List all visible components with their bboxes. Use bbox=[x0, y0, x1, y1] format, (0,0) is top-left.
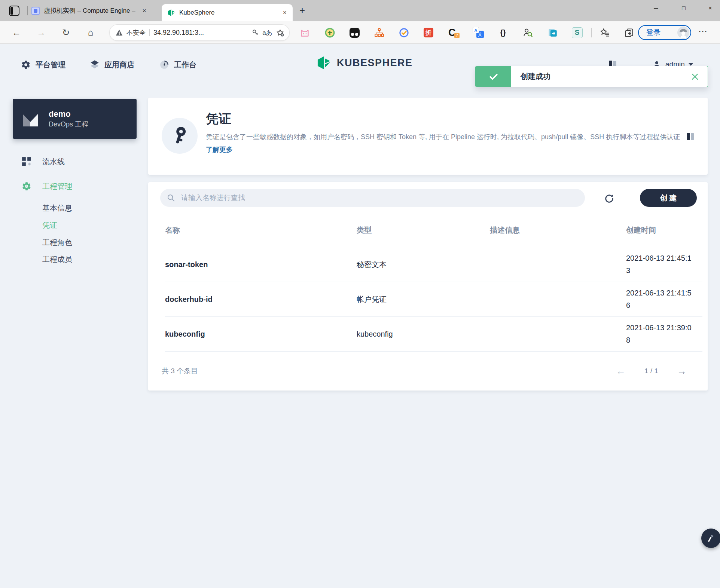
collections-icon[interactable] bbox=[623, 27, 635, 39]
credential-created: 2021-06-13 21:41:56 bbox=[626, 287, 694, 312]
app-store-layers-icon bbox=[90, 59, 100, 70]
toolbar-divider bbox=[591, 28, 592, 37]
learn-more-link[interactable]: 了解更多 bbox=[206, 146, 233, 153]
password-key-icon[interactable] bbox=[252, 29, 259, 36]
profile-avatar bbox=[677, 26, 690, 39]
sidebar-item-basic-info[interactable]: 基本信息 bbox=[13, 200, 137, 216]
window-close-button[interactable]: × bbox=[701, 0, 719, 16]
read-aloud-icon[interactable]: aあ bbox=[262, 28, 272, 37]
credential-name[interactable]: dockerhub-id bbox=[165, 295, 213, 303]
toast-message: 创建成功 bbox=[521, 71, 550, 82]
reload-icon[interactable]: ↻ bbox=[59, 26, 73, 39]
nav-app-store[interactable]: 应用商店 bbox=[90, 58, 134, 71]
window-maximize-button[interactable]: □ bbox=[675, 0, 693, 16]
tab-close-icon[interactable]: × bbox=[283, 9, 287, 16]
ext-cat-icon[interactable] bbox=[299, 27, 311, 39]
credentials-card: 创建 名称 类型 描述信息 创建时间 sonar-token 秘密文本 2021… bbox=[148, 182, 708, 391]
security-label: 不安全 bbox=[126, 28, 146, 37]
credential-type: 秘密文本 bbox=[357, 259, 387, 269]
nav-workbench[interactable]: 工作台 bbox=[159, 58, 196, 71]
more-menu-icon[interactable]: ⋯ bbox=[698, 26, 708, 37]
favorites-icon[interactable] bbox=[599, 27, 611, 39]
col-name: 名称 bbox=[165, 225, 180, 235]
gear-icon bbox=[21, 60, 31, 70]
sidebar-item-credentials[interactable]: 凭证 bbox=[13, 217, 137, 233]
ext-doc-forward-icon[interactable] bbox=[546, 27, 558, 39]
ext-sitemap-icon[interactable] bbox=[373, 27, 385, 39]
credential-name[interactable]: kubeconfig bbox=[165, 330, 205, 338]
hammer-icon bbox=[705, 533, 716, 544]
home-icon[interactable]: ⌂ bbox=[84, 26, 97, 39]
nav-label: 工作台 bbox=[174, 60, 196, 70]
gear-icon bbox=[22, 181, 31, 191]
next-page-icon[interactable]: → bbox=[677, 366, 687, 376]
nav-platform-management[interactable]: 平台管理 bbox=[21, 58, 65, 71]
ext-c7-icon[interactable]: C7 bbox=[448, 27, 460, 39]
kubesphere-logo[interactable]: KUBESPHERE bbox=[316, 56, 413, 70]
credential-name[interactable]: sonar-token bbox=[165, 260, 208, 269]
ext-translate-icon[interactable]: 文A bbox=[472, 27, 484, 39]
chevron-down-icon bbox=[689, 63, 693, 66]
ext-person-search-icon[interactable] bbox=[522, 27, 534, 39]
col-type: 类型 bbox=[357, 225, 372, 235]
sidebar-item-label: 基本信息 bbox=[42, 203, 72, 213]
address-bar[interactable]: 不安全 34.92.90.181:3... aあ bbox=[109, 24, 290, 41]
ext-zhekou-icon[interactable]: 折 bbox=[422, 27, 434, 39]
browser-window: 虚拟机实例 – Compute Engine – × KubeSphere × … bbox=[0, 0, 720, 588]
prev-page-icon[interactable]: ← bbox=[616, 366, 626, 376]
project-card[interactable]: demo DevOps 工程 bbox=[13, 99, 137, 139]
credential-type: 帐户凭证 bbox=[357, 294, 387, 304]
window-minimize-button[interactable]: ─ bbox=[647, 0, 665, 16]
signin-label: 登录 bbox=[646, 28, 660, 37]
sidebar-item-project-members[interactable]: 工程成员 bbox=[13, 251, 137, 267]
address-divider bbox=[149, 29, 150, 36]
new-tab-button[interactable]: + bbox=[299, 4, 305, 16]
table-row[interactable]: sonar-token 秘密文本 2021-06-13 21:45:13 bbox=[165, 247, 702, 282]
sidebar-item-pipelines[interactable]: 流水线 bbox=[13, 153, 137, 170]
forward-icon[interactable]: → bbox=[34, 26, 48, 39]
ext-braces-icon[interactable]: {} bbox=[497, 27, 509, 39]
titlebar-divider bbox=[27, 6, 28, 15]
credential-type: kubeconfig bbox=[357, 330, 393, 338]
not-secure-warning-icon bbox=[116, 29, 123, 36]
ext-check-circle-icon[interactable] bbox=[398, 27, 410, 39]
ext-panda-icon[interactable] bbox=[348, 27, 360, 39]
create-button[interactable]: 创建 bbox=[640, 189, 697, 207]
back-icon[interactable]: ← bbox=[10, 26, 23, 39]
page-header-card: 凭证 凭证是包含了一些敏感数据的对象，如用户名密码，SSH 密钥和 Token … bbox=[148, 98, 708, 175]
docs-book-icon bbox=[687, 133, 695, 140]
table-row[interactable]: kubeconfig kubeconfig 2021-06-13 21:39:0… bbox=[165, 316, 702, 352]
ext-similarweb-icon[interactable]: S bbox=[571, 27, 583, 39]
table-header-row: 名称 类型 描述信息 创建时间 bbox=[165, 213, 702, 247]
total-items-label: 共 3 个条目 bbox=[162, 366, 198, 376]
page-description: 凭证是包含了一些敏感数据的对象，如用户名密码，SSH 密钥和 Token 等, … bbox=[206, 131, 698, 156]
sidebar-item-project-roles[interactable]: 工程角色 bbox=[13, 234, 137, 251]
ext-green-plus-icon[interactable] bbox=[324, 27, 336, 39]
toolbox-fab[interactable] bbox=[701, 529, 720, 548]
kubesphere-favicon bbox=[168, 9, 175, 16]
browser-titlebar: 虚拟机实例 – Compute Engine – × KubeSphere × … bbox=[0, 0, 720, 21]
sidebar-item-label: 工程角色 bbox=[42, 238, 72, 248]
toast-close-icon[interactable] bbox=[690, 72, 699, 81]
tab-close-icon[interactable]: × bbox=[143, 7, 146, 15]
project-name: demo bbox=[49, 109, 88, 119]
sidebar-item-project-management[interactable]: 工程管理 bbox=[13, 178, 137, 195]
table-footer: 共 3 个条目 ← 1 / 1 → bbox=[162, 351, 687, 391]
compute-engine-favicon bbox=[31, 7, 40, 15]
refresh-button[interactable] bbox=[602, 192, 616, 205]
add-favorite-star-icon[interactable] bbox=[276, 29, 284, 37]
table-row[interactable]: dockerhub-id 帐户凭证 2021-06-13 21:41:56 bbox=[165, 282, 702, 317]
nav-label: 应用商店 bbox=[104, 60, 134, 70]
nav-label: 平台管理 bbox=[36, 60, 65, 70]
kubesphere-logo-mark bbox=[316, 56, 332, 70]
browser-tab-compute-engine[interactable]: 虚拟机实例 – Compute Engine – × bbox=[31, 0, 146, 21]
description-text: 凭证是包含了一些敏感数据的对象，如用户名密码，SSH 密钥和 Token 等, … bbox=[206, 133, 680, 141]
tab-layout-icon[interactable] bbox=[9, 6, 19, 16]
url-text: 34.92.90.181:3... bbox=[153, 29, 204, 37]
tab-title: 虚拟机实例 – Compute Engine – bbox=[44, 6, 135, 15]
browser-tab-kubesphere[interactable]: KubeSphere × bbox=[162, 4, 293, 21]
search-input[interactable] bbox=[160, 189, 585, 207]
edge-signin-button[interactable]: 登录 bbox=[638, 25, 691, 40]
workbench-gauge-icon bbox=[159, 60, 169, 70]
pipelines-icon bbox=[22, 157, 31, 166]
